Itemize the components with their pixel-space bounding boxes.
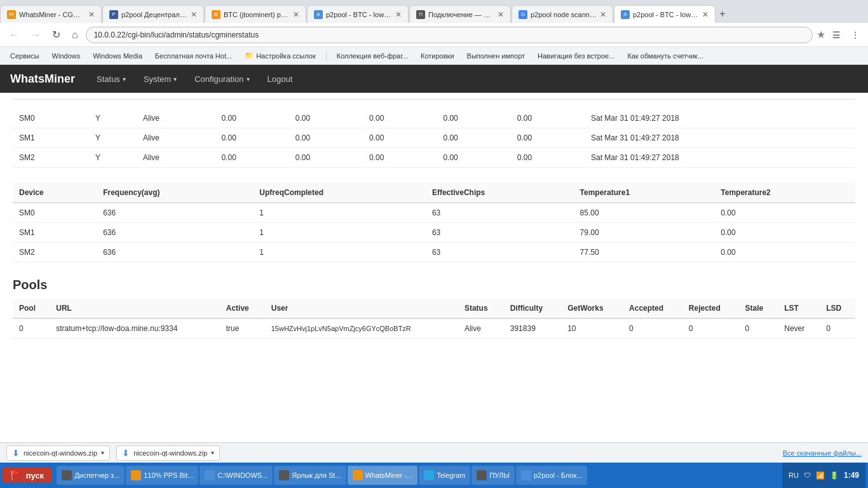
col-accepted: Accepted	[623, 299, 682, 318]
v1-cell: 0.00	[215, 109, 288, 128]
tab-title-6: p2pool node scanner -...	[531, 11, 597, 18]
bookmark-star-button[interactable]: ★	[817, 29, 825, 41]
bookmark-label: Windows Media	[93, 52, 142, 60]
tab-close-3[interactable]: ✕	[293, 10, 299, 19]
bookmark-windows-media[interactable]: Windows Media	[88, 51, 147, 61]
tab-title-1: WhatsMiner - CGMiner -	[19, 11, 86, 18]
v3-cell: 0.00	[363, 148, 437, 168]
tab-close-7[interactable]: ✕	[702, 10, 709, 19]
tab-6[interactable]: G p2pool node scanner -... ✕	[512, 5, 613, 23]
tab-5[interactable]: П Подключение — P2PC... ✕	[409, 5, 511, 23]
taskbar-btn-dispatcher[interactable]: Диспетчер з...	[57, 466, 125, 485]
windows-icon	[205, 470, 215, 480]
bookmark-noscript[interactable]: Навигация без встрое...	[532, 51, 620, 61]
timestamp-cell: Sat Mar 31 01:49:27 2018	[585, 128, 855, 148]
tab-close-2[interactable]: ✕	[191, 10, 197, 19]
download-arrow-2[interactable]: ▾	[211, 449, 214, 456]
reload-button[interactable]: ↻	[48, 26, 64, 43]
taskbar-btn-windows[interactable]: C:\WINDOWS...	[200, 466, 273, 485]
bookmark-import[interactable]: Выполнен импорт	[462, 51, 531, 61]
bookmark-windows[interactable]: Windows	[47, 51, 86, 61]
pools-header-row: Pool URL Active User Status Difficulty G…	[13, 299, 855, 318]
pool-getworks: 10	[561, 318, 623, 339]
chips-cell: 63	[426, 223, 574, 243]
tab-close-4[interactable]: ✕	[395, 10, 402, 19]
bookmark-webfrag[interactable]: Коллекция веб-фраг...	[332, 51, 413, 61]
col-status: Status	[458, 299, 504, 318]
tab-3[interactable]: B BTC (jtoominert) p2po... ✕	[205, 5, 306, 23]
tab-title-3: BTC (jtoominert) p2po...	[224, 11, 290, 18]
nav-system[interactable]: System ▾	[135, 65, 186, 93]
page-content: SM0 Y Alive 0.00 0.00 0.00 0.00 0.00 Sat…	[0, 93, 868, 468]
bookmark-quotes[interactable]: Котировки	[416, 51, 459, 61]
shortcut-icon	[279, 470, 289, 480]
tab-close-6[interactable]: ✕	[600, 10, 606, 19]
tab-2[interactable]: P p2pool Децентрализов... ✕	[102, 5, 204, 23]
tab-close-1[interactable]: ✕	[88, 10, 95, 19]
tab-favicon-7: A	[621, 10, 630, 19]
tab-close-5[interactable]: ✕	[498, 10, 504, 19]
pool-num: 0	[13, 318, 50, 339]
home-button[interactable]: ⌂	[68, 27, 82, 43]
v3-cell: 0.00	[363, 128, 437, 148]
bookmark-services[interactable]: Сервисы	[5, 51, 44, 61]
col-device: Device	[13, 183, 97, 203]
taskbar-clock[interactable]: 1:49	[844, 471, 859, 480]
taskbar-btn-shortcut[interactable]: Ярлык для St...	[274, 466, 346, 485]
device-cell: SM1	[13, 223, 97, 243]
taskbar-sys-tray: RU 🛡 📶 🔋 1:49	[782, 463, 865, 488]
bookmarks-bar: Сервисы Windows Windows Media Бесплатная…	[0, 47, 868, 65]
download-name-2: nicecoin-qt-windows.zip	[133, 449, 207, 457]
table-row: SM1 Y Alive 0.00 0.00 0.00 0.00 0.00 Sat…	[13, 128, 855, 148]
lang-indicator[interactable]: RU	[789, 471, 799, 479]
taskbar-btn-p2pool[interactable]: p2pool - Блок...	[516, 466, 588, 485]
back-button[interactable]: ←	[5, 27, 23, 43]
pool-lsd: 0	[820, 318, 855, 339]
status-cell: Alive	[137, 128, 215, 148]
taskbar-btn-telegram[interactable]: Telegram	[419, 466, 470, 485]
v2-cell: 0.00	[289, 148, 363, 168]
chips-cell: 63	[426, 243, 574, 262]
settings-button[interactable]: ⋮	[848, 28, 863, 42]
new-tab-button[interactable]: +	[716, 5, 729, 23]
pools-section-title: Pools	[13, 278, 855, 292]
col-upfreq: UpfreqCompleted	[253, 183, 426, 203]
tab-title-2: p2pool Децентрализов...	[121, 11, 188, 18]
y-cell: Y	[89, 148, 137, 168]
taskbar-btn-whatsminer[interactable]: WhatsMiner -...	[348, 466, 418, 485]
table-row: SM1 636 1 63 79.00 0.00	[13, 223, 855, 243]
bookmark-hotmail[interactable]: Бесплатная почта Hot...	[150, 51, 237, 61]
nav-configuration[interactable]: Configuration ▾	[186, 65, 258, 93]
upfreq-cell: 1	[253, 243, 426, 262]
tab-title-4: p2pool - BTC - low-doa...	[326, 11, 393, 18]
bookmark-label: Windows	[52, 52, 81, 60]
col-url: URL	[50, 299, 219, 318]
nav-status[interactable]: Status ▾	[88, 65, 135, 93]
forward-button[interactable]: →	[27, 27, 44, 43]
bookmark-label: Коллекция веб-фраг...	[337, 52, 408, 60]
sm-status-table: SM0 Y Alive 0.00 0.00 0.00 0.00 0.00 Sat…	[13, 109, 855, 168]
freq-cell: 636	[97, 223, 253, 243]
nav-logout[interactable]: Logout	[259, 65, 302, 93]
freq-cell: 636	[97, 243, 253, 262]
bookmark-counter[interactable]: Как обмануть счетчик...	[622, 51, 708, 61]
tab-4[interactable]: A p2pool - BTC - low-doa... ✕	[307, 5, 409, 23]
url-input[interactable]	[86, 27, 813, 43]
taskbar-btn-pools[interactable]: ПУЛЫ	[471, 466, 515, 485]
download-item-1[interactable]: ⬇ nicecoin-qt-windows.zip ▾	[6, 445, 110, 461]
taskbar-btn-pps[interactable]: 110% PPS Bit...	[126, 466, 198, 485]
v3-cell: 0.00	[363, 109, 437, 128]
tab-1[interactable]: W WhatsMiner - CGMiner - ✕	[0, 5, 102, 23]
bookmark-links[interactable]: 📁Настройка ссылок	[240, 50, 321, 61]
bookmark-label: Как обмануть счетчик...	[627, 52, 703, 60]
bookmark-label: Бесплатная почта Hot...	[155, 52, 232, 60]
col-rejected: Rejected	[682, 299, 739, 318]
all-downloads-link[interactable]: Все скачанные файлы...	[783, 449, 862, 457]
start-button[interactable]: 🚩 пуск	[3, 468, 51, 483]
download-arrow-1[interactable]: ▾	[101, 449, 104, 456]
tab-7[interactable]: A p2pool - BTC - low-doa... ✕	[614, 5, 715, 23]
extensions-button[interactable]: ☰	[829, 28, 844, 42]
download-item-2[interactable]: ⬇ nicecoin-qt-windows.zip ▾	[116, 445, 220, 461]
table-row: SM0 Y Alive 0.00 0.00 0.00 0.00 0.00 Sat…	[13, 109, 855, 128]
pool-url: stratum+tcp://low-doa.mine.nu:9334	[50, 318, 219, 339]
